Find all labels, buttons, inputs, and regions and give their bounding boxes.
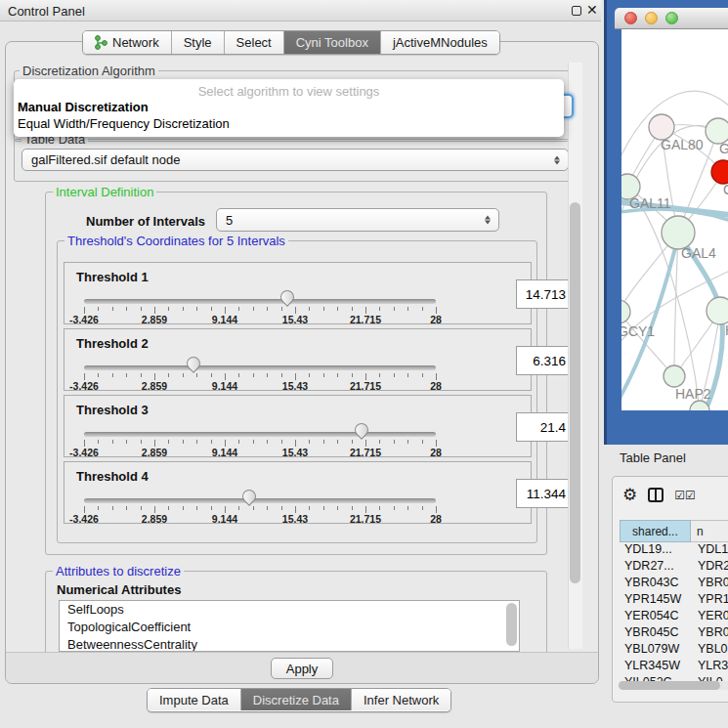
cyni-bottom-tabbar: Impute DataDiscretize DataInfer Network [147, 688, 451, 712]
dropdown-option-2[interactable]: Equal Width/Frequency Discretization [14, 115, 564, 132]
numerical-attributes-list[interactable]: SelfLoopsTopologicalCoefficientBetweenne… [59, 600, 520, 652]
tab-network[interactable]: Network [83, 31, 172, 54]
GAL4-node[interactable] [662, 216, 695, 249]
number-of-intervals-combobox[interactable]: 5 [216, 208, 499, 232]
threshold-value-field[interactable] [516, 346, 573, 375]
table-hscrollbar[interactable] [619, 681, 728, 690]
cell-shared-name[interactable]: YDR27... [620, 559, 691, 576]
cell-shared-name[interactable]: YDL19... [620, 542, 691, 559]
select-columns-icon[interactable]: ☑☑ [674, 489, 696, 502]
cell-name[interactable]: YDL1 [691, 542, 728, 559]
gear-icon[interactable]: ⚙ [622, 487, 637, 503]
close-traffic-light-icon[interactable] [624, 12, 637, 24]
table-data-combobox[interactable]: galFiltered.sif default node [21, 149, 569, 171]
combo-arrows-icon [485, 216, 491, 225]
close-icon[interactable]: ✕ [586, 2, 598, 18]
tab-infer-network[interactable]: Infer Network [352, 689, 450, 710]
window-title: Control Panel [8, 4, 85, 19]
cell-name[interactable]: YER0 [691, 609, 728, 625]
dropdown-option-1[interactable]: Manual Discretization [14, 99, 564, 115]
table-row[interactable]: YDL19...YDL1 [620, 542, 728, 559]
cell-shared-name[interactable]: YBR043C [620, 576, 691, 592]
network-icon [95, 35, 107, 50]
numerical-attributes-label: Numerical Attributes [57, 582, 181, 597]
list-scrollbar[interactable] [506, 603, 517, 646]
threshold-value-field[interactable] [516, 279, 573, 309]
cell-name[interactable]: YLR3 [691, 659, 728, 675]
attribute-list-item[interactable]: BetweennessCentrality [60, 636, 519, 652]
node-label-GCY1: GCY1 [621, 323, 655, 339]
cell-shared-name[interactable]: YLR345W [620, 659, 691, 675]
cell-name[interactable]: YDR2 [691, 559, 728, 576]
tab-discretize-data[interactable]: Discretize Data [241, 689, 352, 710]
screen: Control Panel ✕ NetworkStyleSelectCyni T… [0, 0, 728, 728]
table-row[interactable]: YBL079WYBL0 [620, 642, 728, 659]
table-row[interactable]: YDR27...YDR2 [620, 559, 728, 576]
cell-name[interactable]: YBL0 [691, 642, 728, 659]
threshold-slider-track[interactable] [84, 299, 436, 304]
panel-scrollbar-thumb[interactable] [570, 202, 580, 583]
interval-definition-title: Interval Definition [53, 185, 156, 199]
threshold-2-row: Threshold 2-3.4262.8599.14415.4321.71528 [64, 328, 532, 391]
table-row[interactable]: YBR043CYBR0 [620, 576, 728, 592]
network-view-window: GAL80GACGAL11GAL4GCY1HHAP2 [604, 0, 728, 445]
threshold-value-field[interactable] [516, 479, 573, 508]
tab-impute-data[interactable]: Impute Data [148, 689, 241, 710]
table-panel-title: Table Panel [620, 450, 686, 465]
cell-shared-name[interactable]: YBL079W [620, 642, 691, 659]
node-label-HAP2: HAP2 [675, 386, 711, 402]
cell-name[interactable]: YBR0 [691, 625, 728, 642]
split-columns-icon[interactable] [648, 488, 664, 502]
table-row[interactable]: YLR345WYLR3 [620, 659, 728, 675]
attribute-list-item[interactable]: SelfLoops [60, 601, 519, 619]
dropdown-hint: Select algorithm to view settings [14, 79, 564, 99]
slider-tick-labels: -3.4262.8599.14415.4321.71528 [84, 314, 436, 323]
network-canvas[interactable]: GAL80GACGAL11GAL4GCY1HHAP2 [621, 29, 728, 410]
cell-shared-name[interactable]: YPR145W [620, 592, 691, 609]
slider-tick-labels: -3.4262.8599.14415.4321.71528 [84, 380, 436, 390]
table-row[interactable]: YPR145WYPR1 [620, 592, 728, 609]
attributes-group-title: Attributes to discretize [53, 564, 184, 578]
tab-style[interactable]: Style [172, 31, 225, 54]
table-row[interactable]: YER054CYER0 [620, 609, 728, 625]
column-header-name[interactable]: n [691, 520, 728, 542]
column-header-shared-name[interactable]: shared... [620, 520, 691, 542]
cell-name[interactable]: YPR1 [691, 592, 728, 609]
cell-shared-name[interactable]: YER054C [620, 609, 691, 625]
threshold-slider-track[interactable] [84, 432, 436, 437]
threshold-4-row: Threshold 4-3.4262.8599.14415.4321.71528 [64, 461, 532, 524]
table-rows: YDL19...YDL1YDR27...YDR2YBR043CYBR0YPR14… [620, 542, 728, 692]
zoom-traffic-light-icon[interactable] [665, 12, 678, 24]
node-label-GAL11: GAL11 [629, 195, 671, 211]
selected-node[interactable] [711, 160, 728, 184]
cell-shared-name[interactable]: YBR045C [620, 625, 691, 642]
control-panel-tabbar: NetworkStyleSelectCyni ToolboxjActiveMNo… [82, 30, 500, 55]
float-window-icon[interactable] [572, 6, 581, 16]
threshold-value-field[interactable] [516, 412, 573, 442]
threshold-label: Threshold 2 [76, 336, 149, 351]
tab-label: Select [236, 35, 272, 50]
table-data-value: galFiltered.sif default node [31, 152, 180, 167]
tab-label: Style [184, 35, 212, 50]
threshold-slider-track[interactable] [84, 365, 436, 370]
table-hscrollbar-thumb[interactable] [619, 681, 720, 690]
threshold-label: Threshold 4 [76, 469, 149, 484]
attribute-list-item[interactable]: TopologicalCoefficient [60, 619, 519, 636]
threshold-3-row: Threshold 3-3.4262.8599.14415.4321.71528 [64, 395, 532, 457]
tab-label: Network [112, 35, 159, 50]
cell-name[interactable]: YBR0 [691, 576, 728, 592]
table-header-row: shared... n [620, 520, 728, 542]
slider-tick-labels: -3.4262.8599.14415.4321.71528 [84, 447, 436, 456]
apply-button[interactable]: Apply [271, 658, 333, 679]
table-row[interactable]: YBR045CYBR0 [620, 625, 728, 642]
GCY1-node[interactable] [621, 300, 630, 323]
tab-select[interactable]: Select [225, 31, 284, 54]
network-window-titlebar[interactable] [615, 8, 728, 29]
table-panel-toolbar: ⚙ ☑☑ [622, 487, 696, 503]
HAP2-node[interactable] [664, 365, 685, 387]
threshold-slider-track[interactable] [84, 498, 436, 503]
minimize-traffic-light-icon[interactable] [645, 12, 658, 24]
tab-cyni-toolbox[interactable]: Cyni Toolbox [284, 31, 381, 54]
H-node[interactable] [707, 297, 728, 324]
tab-jactivemnodules[interactable]: jActiveMNodules [381, 31, 499, 54]
